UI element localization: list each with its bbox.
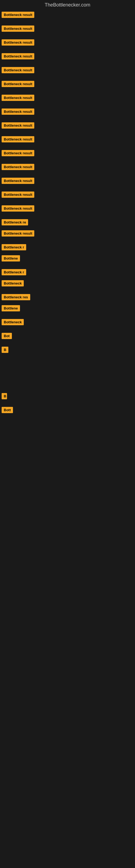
list-item: Bottleneck result (0, 48, 135, 62)
list-item: Bottleneck res (0, 289, 135, 303)
list-item: Bottleneck result (0, 89, 135, 103)
bottleneck-badge: Bottlene (2, 305, 20, 311)
list-item: Bottleneck (0, 314, 135, 328)
bottleneck-badge: Bottleneck result (2, 164, 34, 170)
bottleneck-badge: Bottleneck result (2, 136, 34, 143)
bottleneck-badge: Bot (2, 333, 12, 339)
bottleneck-badge: Bottleneck result (2, 150, 34, 156)
list-item: Bottleneck result (0, 200, 135, 214)
rows-container: Bottleneck resultBottleneck resultBottle… (0, 9, 135, 415)
bottleneck-badge: Bottleneck result (2, 205, 34, 212)
list-item: Bottleneck result (0, 117, 135, 131)
bottleneck-badge: Bottleneck result (2, 95, 34, 101)
list-item: Bottleneck result (0, 145, 135, 158)
bottleneck-badge: Bottleneck result (2, 67, 34, 73)
bottleneck-badge: Bottleneck result (2, 230, 34, 237)
bottleneck-badge: B (2, 347, 8, 353)
bottleneck-badge: Bottleneck re (2, 219, 28, 225)
list-item: Bottleneck r (0, 239, 135, 252)
bottleneck-badge: Bottleneck result (2, 108, 34, 115)
list-item: Bottleneck result (0, 34, 135, 48)
bottleneck-badge: Bottleneck result (2, 53, 34, 59)
bottleneck-badge: Bottleneck (2, 319, 24, 325)
list-item: Bottlene (0, 303, 135, 314)
list-item: B (0, 341, 135, 355)
site-title: TheBottlenecker.com (0, 0, 135, 9)
list-item: Bottleneck result (0, 62, 135, 75)
list-item: Bottlene (0, 252, 135, 264)
list-item: Bottleneck re (0, 214, 135, 227)
bottleneck-badge: Bottleneck result (2, 191, 34, 198)
bottleneck-badge: Bottleneck (2, 280, 24, 286)
list-item: Bottleneck result (0, 103, 135, 117)
bottleneck-badge: Bottlene (2, 255, 20, 261)
list-item: Bottleneck result (0, 131, 135, 145)
list-item: Bottleneck (0, 278, 135, 289)
bottleneck-badge: Bottleneck result (2, 81, 34, 87)
bottleneck-badge: Bottleneck result (2, 122, 34, 129)
list-item: Bottleneck result (0, 172, 135, 186)
bottleneck-badge: Bottleneck result (2, 178, 34, 184)
site-header: TheBottlenecker.com (0, 0, 135, 9)
list-item: Bottleneck result (0, 227, 135, 239)
list-item (0, 355, 135, 377)
list-item: Bottleneck result (0, 158, 135, 172)
list-item: Bottleneck result (0, 9, 135, 20)
list-item: Bottleneck r (0, 264, 135, 278)
list-item: Bot (0, 328, 135, 341)
list-item: Bott (0, 401, 135, 415)
list-item: Bottleneck result (0, 186, 135, 200)
bottleneck-badge: Bottleneck res (2, 294, 30, 300)
bottleneck-badge: B (2, 393, 7, 399)
list-item: B (0, 377, 135, 401)
list-item: Bottleneck result (0, 75, 135, 89)
bottleneck-badge: Bottleneck r (2, 269, 26, 275)
bottleneck-badge: Bottleneck result (2, 26, 34, 32)
bottleneck-badge: Bott (2, 407, 13, 413)
list-item: Bottleneck result (0, 20, 135, 34)
bottleneck-badge: Bottleneck result (2, 12, 34, 18)
bottleneck-badge: Bottleneck r (2, 244, 26, 250)
bottleneck-badge: Bottleneck result (2, 39, 34, 45)
